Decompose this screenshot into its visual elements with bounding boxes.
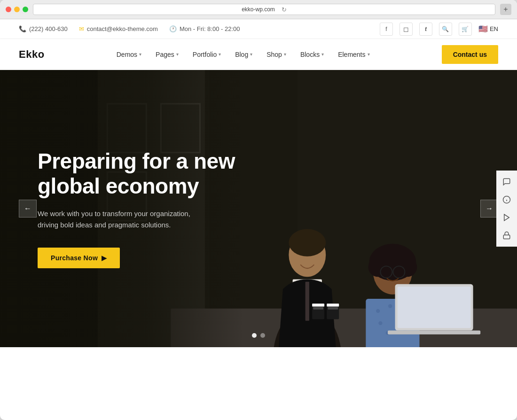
nav-item-blog[interactable]: Blog ▾ xyxy=(229,47,258,62)
nav-item-portfolio[interactable]: Portfolio ▾ xyxy=(187,47,227,62)
flag-icon: 🇺🇸 xyxy=(478,24,488,33)
purchase-now-button[interactable]: Purchase Now ▶ xyxy=(38,248,120,268)
email-item: ✉ contact@ekko-theme.com xyxy=(79,25,158,32)
slider-dot-1[interactable] xyxy=(252,333,257,338)
chevron-down-icon: ▾ xyxy=(139,52,141,57)
clock-icon: 🕐 xyxy=(169,25,177,32)
play-icon[interactable] xyxy=(498,209,515,226)
hero-content: Preparing for a new global economy We wo… xyxy=(38,149,235,268)
chevron-down-icon: ▾ xyxy=(176,52,179,57)
contact-button[interactable]: Contact us xyxy=(442,45,498,64)
phone-number: (222) 400-630 xyxy=(29,25,68,32)
arrow-left-icon: ← xyxy=(24,204,31,213)
phone-item: 📞 (222) 400-630 xyxy=(19,25,68,32)
svg-point-24 xyxy=(398,257,417,277)
slider-next-button[interactable]: → xyxy=(480,200,498,218)
svg-rect-33 xyxy=(312,303,324,306)
svg-point-17 xyxy=(378,321,382,325)
arrow-right-icon: ▶ xyxy=(102,254,107,262)
traffic-light-red[interactable] xyxy=(6,7,11,12)
browser-window: ekko-wp.com ↻ + 📞 (222) 400-630 ✉ contac… xyxy=(0,0,517,420)
chevron-down-icon: ▾ xyxy=(321,52,324,57)
address-bar[interactable]: ekko-wp.com ↻ xyxy=(33,4,495,15)
hero-subtitle: We work with you to transform your organ… xyxy=(38,208,197,231)
top-bar-left: 📞 (222) 400-630 ✉ contact@ekko-theme.com… xyxy=(19,25,240,32)
slider-dots xyxy=(252,333,265,338)
chat-icon[interactable] xyxy=(498,173,515,190)
hours-item: 🕐 Mon - Fri: 8:00 - 22:00 xyxy=(169,25,240,32)
nav-menu: Demos ▾ Pages ▾ Portfolio ▾ Blog ▾ Shop … xyxy=(111,47,376,62)
chevron-down-icon: ▾ xyxy=(284,52,286,57)
top-bar: 📞 (222) 400-630 ✉ contact@ekko-theme.com… xyxy=(0,19,517,39)
chevron-down-icon: ▾ xyxy=(250,52,252,57)
svg-rect-10 xyxy=(306,282,309,321)
hero-title: Preparing for a new global economy xyxy=(38,149,235,199)
url-text: ekko-wp.com xyxy=(242,6,275,13)
svg-rect-43 xyxy=(503,235,510,239)
lock-icon[interactable] xyxy=(498,227,515,244)
svg-rect-31 xyxy=(388,330,480,334)
instagram-icon[interactable]: ◻ xyxy=(400,23,413,36)
svg-point-23 xyxy=(368,257,388,277)
email-icon: ✉ xyxy=(79,25,84,32)
nav-item-demos[interactable]: Demos ▾ xyxy=(111,47,147,62)
traffic-light-green[interactable] xyxy=(23,7,28,12)
phone-icon: 📞 xyxy=(19,25,26,32)
nav-item-shop[interactable]: Shop ▾ xyxy=(261,47,292,62)
new-tab-button[interactable]: + xyxy=(500,4,511,15)
browser-chrome: ekko-wp.com ↻ + xyxy=(0,0,517,19)
chevron-down-icon: ▾ xyxy=(219,52,221,57)
nav-item-elements[interactable]: Elements ▾ xyxy=(332,47,375,62)
main-navigation: Ekko Demos ▾ Pages ▾ Portfolio ▾ Blog ▾ … xyxy=(0,39,517,70)
chevron-down-icon: ▾ xyxy=(368,52,370,57)
slider-prev-button[interactable]: ← xyxy=(19,200,37,218)
language-label: EN xyxy=(490,25,498,32)
svg-point-12 xyxy=(289,229,326,257)
side-panel xyxy=(496,171,517,247)
svg-rect-36 xyxy=(327,303,339,306)
refresh-icon[interactable]: ↻ xyxy=(282,6,287,13)
nav-item-blocks[interactable]: Blocks ▾ xyxy=(295,47,329,62)
nav-item-pages[interactable]: Pages ▾ xyxy=(150,47,184,62)
svg-point-14 xyxy=(376,309,380,313)
traffic-light-yellow[interactable] xyxy=(14,7,20,12)
svg-marker-42 xyxy=(504,214,509,221)
traffic-lights xyxy=(6,7,28,12)
facebook-icon[interactable]: f xyxy=(380,23,393,36)
arrow-right-icon: → xyxy=(486,204,493,213)
bottom-section xyxy=(0,347,517,394)
hero-section: Preparing for a new global economy We wo… xyxy=(0,70,517,347)
svg-rect-30 xyxy=(398,287,471,328)
email-address: contact@ekko-theme.com xyxy=(87,25,158,32)
svg-point-15 xyxy=(388,304,392,308)
svg-rect-34 xyxy=(313,307,323,310)
slider-dot-2[interactable] xyxy=(260,333,265,338)
language-selector[interactable]: 🇺🇸 EN xyxy=(478,24,498,33)
search-icon[interactable]: 🔍 xyxy=(439,23,452,36)
business-hours: Mon - Fri: 8:00 - 22:00 xyxy=(180,25,240,32)
svg-rect-37 xyxy=(328,307,338,310)
twitter-icon[interactable]: t xyxy=(419,23,432,36)
info-icon[interactable] xyxy=(498,191,515,208)
cart-icon[interactable]: 🛒 xyxy=(459,23,472,36)
top-bar-right: f ◻ t 🔍 🛒 🇺🇸 EN xyxy=(380,23,498,36)
site-logo[interactable]: Ekko xyxy=(19,48,45,61)
